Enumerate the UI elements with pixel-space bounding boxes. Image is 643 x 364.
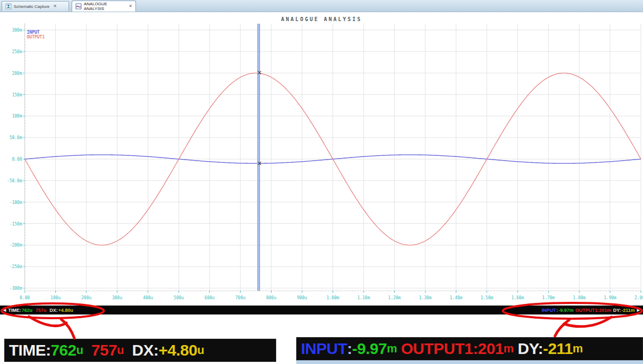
schematic-capture-icon (5, 3, 12, 9)
svg-text:600u: 600u (204, 296, 215, 300)
close-icon[interactable]: ✕ (129, 4, 132, 8)
svg-text:400u: 400u (143, 296, 153, 300)
callout-value-readout: INPUT:-9.97m OUTPUT1:201m DY:-211m (296, 337, 643, 360)
axis-labels: 300m250m200m150m100m50.0m0.00-50.0m-100m… (7, 28, 643, 300)
svg-text:OUTPUT1: OUTPUT1 (27, 35, 45, 40)
scroll-left-icon[interactable]: ◀ (3, 308, 6, 312)
svg-text:700u: 700u (236, 296, 246, 300)
svg-text:1.10m: 1.10m (357, 296, 370, 300)
tab-label: ANALOGUE ANALYSIS (84, 2, 125, 11)
callout-tail-left (29, 317, 66, 326)
svg-text:-150m: -150m (9, 222, 22, 227)
callout-time-readout: TIME:762u 757u DX:+4.80u (4, 339, 276, 362)
close-icon[interactable]: ✕ (53, 4, 57, 8)
svg-text:0.00: 0.00 (12, 157, 22, 162)
svg-text:300u: 300u (112, 296, 122, 300)
scroll-right-icon[interactable]: ▶ (637, 308, 640, 312)
analysis-plot[interactable]: 300m250m200m150m100m50.0m0.00-50.0m-100m… (0, 12, 643, 304)
svg-text:-100m: -100m (9, 200, 22, 205)
legend: INPUTOUTPUT1 (27, 30, 45, 40)
analogue-analysis-icon (75, 3, 82, 9)
svg-text:-200m: -200m (9, 243, 22, 248)
callout-tail-right-tip (555, 320, 569, 336)
svg-text:2.00m: 2.00m (635, 296, 643, 300)
svg-text:100m: 100m (12, 114, 22, 119)
svg-text:200u: 200u (81, 296, 91, 300)
svg-text:0.00: 0.00 (20, 296, 30, 300)
svg-text:1.00m: 1.00m (326, 296, 339, 300)
svg-text:1.40m: 1.40m (450, 296, 462, 300)
tab-analogue-analysis[interactable]: ANALOGUE ANALYSIS ✕ (72, 1, 136, 12)
svg-text:-300m: -300m (9, 286, 22, 291)
svg-text:1.50m: 1.50m (481, 296, 493, 300)
callout-tail-left-tip (61, 319, 74, 338)
svg-text:100u: 100u (51, 296, 61, 300)
svg-text:1.80m: 1.80m (573, 296, 586, 300)
window-edge-strip (296, 360, 643, 364)
svg-text:50.0m: 50.0m (9, 135, 22, 140)
svg-text:900u: 900u (297, 296, 307, 300)
callout-tail-right (564, 317, 611, 327)
svg-text:300m: 300m (12, 28, 22, 33)
svg-text:1.90m: 1.90m (604, 296, 617, 300)
svg-text:1.20m: 1.20m (388, 296, 401, 300)
svg-text:150m: 150m (12, 93, 22, 97)
svg-text:INPUT: INPUT (27, 30, 40, 35)
status-bar: ◀ TIME:762u 757u DX:+4.80u INPUT:-9.97m … (0, 306, 643, 314)
svg-text:-250m: -250m (9, 264, 22, 269)
svg-text:800u: 800u (266, 296, 276, 300)
status-cursor-times: TIME:762u 757u DX:+4.80u (8, 308, 73, 313)
tab-schematic-capture[interactable]: Schematic Capture ✕ (2, 1, 69, 11)
svg-text:250m: 250m (12, 50, 22, 54)
tab-bar: Schematic Capture ✕ ANALOGUE ANALYSIS ✕ (0, 0, 643, 12)
tab-label: Schematic Capture (14, 4, 50, 9)
svg-text:1.70m: 1.70m (542, 296, 555, 300)
gridlines (25, 24, 641, 291)
svg-text:1.30m: 1.30m (419, 296, 432, 300)
svg-text:200m: 200m (12, 71, 22, 76)
svg-text:1.60m: 1.60m (511, 296, 524, 300)
status-cursor-values: INPUT:-9.97m OUTPUT1:201m DY:-211m (542, 308, 635, 313)
svg-text:500u: 500u (174, 296, 184, 300)
svg-text:-50.0m: -50.0m (7, 179, 22, 183)
